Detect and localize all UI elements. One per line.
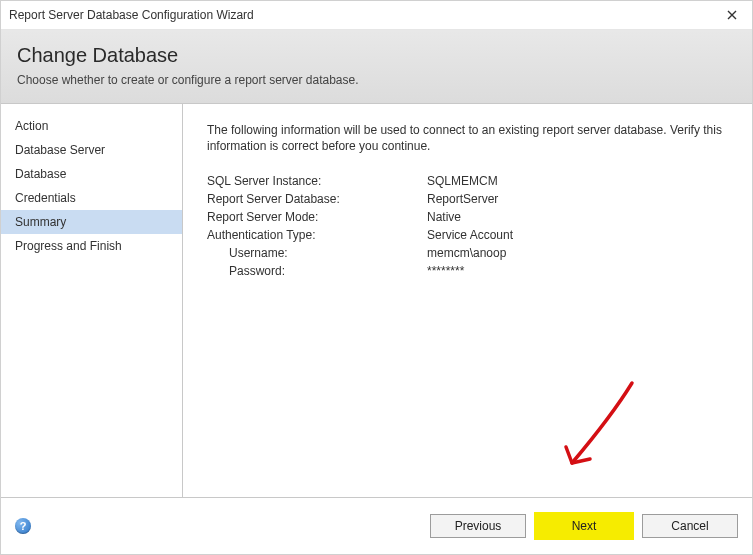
steps-sidebar: ActionDatabase ServerDatabaseCredentials… xyxy=(1,104,183,497)
wizard-footer: ? Previous Next Cancel xyxy=(1,497,752,554)
summary-label: Username: xyxy=(207,246,427,260)
summary-value: ReportServer xyxy=(427,192,732,206)
window-title: Report Server Database Configuration Wiz… xyxy=(9,8,720,22)
summary-label: SQL Server Instance: xyxy=(207,174,427,188)
wizard-window: Report Server Database Configuration Wiz… xyxy=(0,0,753,555)
sidebar-step[interactable]: Database Server xyxy=(1,138,182,162)
sidebar-step[interactable]: Database xyxy=(1,162,182,186)
summary-label: Report Server Mode: xyxy=(207,210,427,224)
summary-value: ******** xyxy=(427,264,732,278)
summary-label: Authentication Type: xyxy=(207,228,427,242)
wizard-header: Change Database Choose whether to create… xyxy=(1,30,752,104)
summary-value: Service Account xyxy=(427,228,732,242)
summary-panel: The following information will be used t… xyxy=(183,104,752,497)
close-icon[interactable] xyxy=(720,5,744,25)
annotation-arrow-icon xyxy=(524,371,644,491)
summary-label: Password: xyxy=(207,264,427,278)
previous-button[interactable]: Previous xyxy=(430,514,526,538)
sidebar-step[interactable]: Action xyxy=(1,114,182,138)
summary-value: memcm\anoop xyxy=(427,246,732,260)
summary-label: Report Server Database: xyxy=(207,192,427,206)
summary-table: SQL Server Instance:SQLMEMCMReport Serve… xyxy=(207,174,732,278)
sidebar-step[interactable]: Progress and Finish xyxy=(1,234,182,258)
titlebar: Report Server Database Configuration Wiz… xyxy=(1,1,752,30)
sidebar-step[interactable]: Summary xyxy=(1,210,182,234)
sidebar-step[interactable]: Credentials xyxy=(1,186,182,210)
next-button[interactable]: Next xyxy=(536,514,632,538)
summary-intro: The following information will be used t… xyxy=(207,122,732,154)
summary-value: SQLMEMCM xyxy=(427,174,732,188)
page-title: Change Database xyxy=(17,44,736,67)
cancel-button[interactable]: Cancel xyxy=(642,514,738,538)
page-subtitle: Choose whether to create or configure a … xyxy=(17,73,736,87)
wizard-body: ActionDatabase ServerDatabaseCredentials… xyxy=(1,104,752,497)
help-icon[interactable]: ? xyxy=(15,518,31,534)
summary-value: Native xyxy=(427,210,732,224)
